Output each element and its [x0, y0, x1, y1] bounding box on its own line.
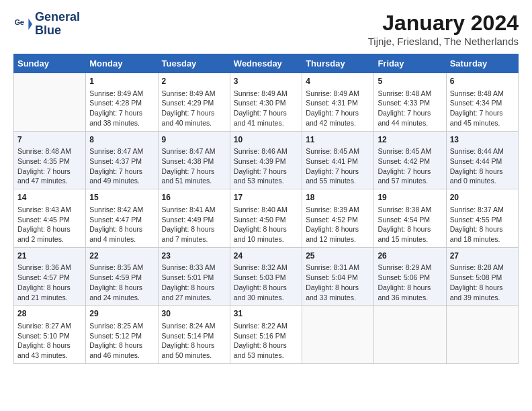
calendar-cell: 28Sunrise: 8:27 AMSunset: 5:10 PMDayligh… — [14, 306, 86, 364]
calendar-cell: 31Sunrise: 8:22 AMSunset: 5:16 PMDayligh… — [230, 306, 302, 364]
calendar-cell: 30Sunrise: 8:24 AMSunset: 5:14 PMDayligh… — [158, 306, 230, 364]
calendar-cell: 24Sunrise: 8:32 AMSunset: 5:03 PMDayligh… — [230, 247, 302, 306]
day-number: 14 — [17, 192, 82, 203]
day-number: 22 — [89, 250, 154, 262]
day-number: 30 — [162, 308, 226, 320]
calendar-cell: 29Sunrise: 8:25 AMSunset: 5:12 PMDayligh… — [86, 306, 158, 364]
header-cell-sunday: Sunday — [14, 54, 86, 73]
day-number: 26 — [378, 250, 442, 262]
day-number: 29 — [89, 308, 154, 320]
day-number: 12 — [378, 134, 442, 146]
day-info: Sunrise: 8:22 AMSunset: 5:16 PMDaylight:… — [234, 321, 298, 361]
logo-icon: G e — [13, 15, 32, 34]
day-number: 15 — [89, 192, 154, 203]
calendar-cell: 14Sunrise: 8:43 AMSunset: 4:45 PMDayligh… — [14, 189, 86, 248]
calendar-cell: 23Sunrise: 8:33 AMSunset: 5:01 PMDayligh… — [158, 247, 230, 306]
day-info: Sunrise: 8:32 AMSunset: 5:03 PMDaylight:… — [234, 263, 298, 302]
day-number: 27 — [450, 250, 515, 262]
day-number: 10 — [234, 134, 298, 146]
day-info: Sunrise: 8:27 AMSunset: 5:10 PMDaylight:… — [17, 321, 82, 361]
day-number: 5 — [378, 76, 442, 87]
calendar-cell — [446, 306, 518, 364]
day-info: Sunrise: 8:48 AMSunset: 4:35 PMDaylight:… — [17, 146, 82, 186]
day-number: 1 — [89, 76, 154, 87]
calendar-cell — [302, 306, 374, 364]
day-info: Sunrise: 8:42 AMSunset: 4:47 PMDaylight:… — [89, 205, 154, 244]
header: G e General Blue January 2024 Tijnje, Fr… — [13, 11, 519, 47]
day-info: Sunrise: 8:49 AMSunset: 4:31 PMDaylight:… — [306, 89, 370, 128]
day-info: Sunrise: 8:33 AMSunset: 5:01 PMDaylight:… — [162, 263, 226, 302]
calendar-cell: 22Sunrise: 8:35 AMSunset: 4:59 PMDayligh… — [86, 247, 158, 306]
day-info: Sunrise: 8:41 AMSunset: 4:49 PMDaylight:… — [162, 205, 226, 244]
calendar-cell: 4Sunrise: 8:49 AMSunset: 4:31 PMDaylight… — [302, 73, 374, 132]
week-row-5: 28Sunrise: 8:27 AMSunset: 5:10 PMDayligh… — [14, 306, 519, 364]
day-info: Sunrise: 8:36 AMSunset: 4:57 PMDaylight:… — [17, 263, 82, 302]
day-number: 25 — [306, 250, 370, 262]
day-number: 7 — [17, 134, 82, 146]
day-number: 28 — [17, 308, 82, 320]
calendar-cell: 8Sunrise: 8:47 AMSunset: 4:37 PMDaylight… — [86, 131, 158, 189]
week-row-3: 14Sunrise: 8:43 AMSunset: 4:45 PMDayligh… — [14, 189, 519, 248]
calendar-cell: 21Sunrise: 8:36 AMSunset: 4:57 PMDayligh… — [14, 247, 86, 306]
calendar-cell: 19Sunrise: 8:38 AMSunset: 4:54 PMDayligh… — [374, 189, 446, 248]
logo: G e General Blue — [13, 11, 80, 38]
day-info: Sunrise: 8:35 AMSunset: 4:59 PMDaylight:… — [89, 263, 154, 302]
day-number: 16 — [162, 192, 226, 203]
day-number: 20 — [450, 192, 515, 203]
day-info: Sunrise: 8:43 AMSunset: 4:45 PMDaylight:… — [17, 205, 82, 244]
day-number: 9 — [162, 134, 226, 146]
day-number: 3 — [234, 76, 298, 87]
day-number: 13 — [450, 134, 515, 146]
day-info: Sunrise: 8:29 AMSunset: 5:06 PMDaylight:… — [378, 263, 442, 302]
day-info: Sunrise: 8:31 AMSunset: 5:04 PMDaylight:… — [306, 263, 370, 302]
week-row-2: 7Sunrise: 8:48 AMSunset: 4:35 PMDaylight… — [14, 131, 519, 189]
day-number: 23 — [162, 250, 226, 262]
logo-text: General Blue — [35, 11, 80, 38]
calendar-cell: 27Sunrise: 8:28 AMSunset: 5:08 PMDayligh… — [446, 247, 518, 306]
day-info: Sunrise: 8:45 AMSunset: 4:41 PMDaylight:… — [306, 146, 370, 186]
svg-text:G: G — [14, 18, 20, 26]
day-info: Sunrise: 8:45 AMSunset: 4:42 PMDaylight:… — [378, 146, 442, 186]
day-info: Sunrise: 8:38 AMSunset: 4:54 PMDaylight:… — [378, 205, 442, 244]
day-number: 31 — [234, 308, 298, 320]
header-cell-monday: Monday — [86, 54, 158, 73]
header-cell-saturday: Saturday — [446, 54, 518, 73]
calendar-cell: 16Sunrise: 8:41 AMSunset: 4:49 PMDayligh… — [158, 189, 230, 248]
header-cell-friday: Friday — [374, 54, 446, 73]
day-info: Sunrise: 8:49 AMSunset: 4:28 PMDaylight:… — [89, 89, 154, 128]
logo-line2: Blue — [35, 24, 80, 38]
calendar-cell: 11Sunrise: 8:45 AMSunset: 4:41 PMDayligh… — [302, 131, 374, 189]
month-title: January 2024 — [368, 11, 519, 36]
header-cell-thursday: Thursday — [302, 54, 374, 73]
calendar-cell: 2Sunrise: 8:49 AMSunset: 4:29 PMDaylight… — [158, 73, 230, 132]
day-info: Sunrise: 8:49 AMSunset: 4:30 PMDaylight:… — [234, 89, 298, 128]
day-number: 11 — [306, 134, 370, 146]
calendar-cell: 10Sunrise: 8:46 AMSunset: 4:39 PMDayligh… — [230, 131, 302, 189]
day-info: Sunrise: 8:44 AMSunset: 4:44 PMDaylight:… — [450, 146, 515, 186]
calendar-cell: 26Sunrise: 8:29 AMSunset: 5:06 PMDayligh… — [374, 247, 446, 306]
location-title: Tijnje, Friesland, The Netherlands — [368, 36, 519, 47]
week-row-4: 21Sunrise: 8:36 AMSunset: 4:57 PMDayligh… — [14, 247, 519, 306]
day-number: 2 — [162, 76, 226, 87]
header-row: SundayMondayTuesdayWednesdayThursdayFrid… — [14, 54, 519, 73]
day-info: Sunrise: 8:28 AMSunset: 5:08 PMDaylight:… — [450, 263, 515, 302]
day-info: Sunrise: 8:39 AMSunset: 4:52 PMDaylight:… — [306, 205, 370, 244]
calendar-cell: 6Sunrise: 8:48 AMSunset: 4:34 PMDaylight… — [446, 73, 518, 132]
day-info: Sunrise: 8:24 AMSunset: 5:14 PMDaylight:… — [162, 321, 226, 361]
calendar-table: SundayMondayTuesdayWednesdayThursdayFrid… — [13, 54, 519, 364]
calendar-cell: 5Sunrise: 8:48 AMSunset: 4:33 PMDaylight… — [374, 73, 446, 132]
day-info: Sunrise: 8:48 AMSunset: 4:33 PMDaylight:… — [378, 89, 442, 128]
calendar-cell: 25Sunrise: 8:31 AMSunset: 5:04 PMDayligh… — [302, 247, 374, 306]
day-info: Sunrise: 8:47 AMSunset: 4:38 PMDaylight:… — [162, 146, 226, 186]
day-number: 19 — [378, 192, 442, 203]
day-info: Sunrise: 8:37 AMSunset: 4:55 PMDaylight:… — [450, 205, 515, 244]
day-info: Sunrise: 8:25 AMSunset: 5:12 PMDaylight:… — [89, 321, 154, 361]
header-cell-tuesday: Tuesday — [158, 54, 230, 73]
calendar-cell: 9Sunrise: 8:47 AMSunset: 4:38 PMDaylight… — [158, 131, 230, 189]
day-number: 8 — [89, 134, 154, 146]
day-number: 17 — [234, 192, 298, 203]
calendar-cell — [374, 306, 446, 364]
calendar-cell: 12Sunrise: 8:45 AMSunset: 4:42 PMDayligh… — [374, 131, 446, 189]
day-info: Sunrise: 8:47 AMSunset: 4:37 PMDaylight:… — [89, 146, 154, 186]
calendar-cell: 18Sunrise: 8:39 AMSunset: 4:52 PMDayligh… — [302, 189, 374, 248]
